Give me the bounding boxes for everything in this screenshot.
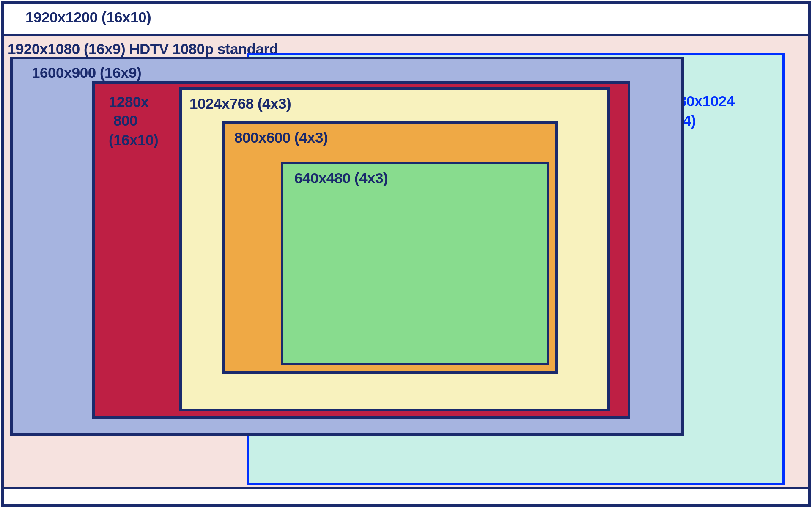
res-label-1280x800-line2: 800 xyxy=(113,111,137,130)
res-box-640x480 xyxy=(281,162,549,365)
res-label-1600x900: 1600x900 (16x9) xyxy=(32,63,141,83)
res-label-812x508: 812x508 (16x10) xyxy=(25,8,151,27)
bottom-strip xyxy=(4,489,808,504)
res-label-640x480: 640x480 (4x3) xyxy=(294,168,388,188)
res-label-800x600: 800x600 (4x3) xyxy=(234,128,328,147)
res-label-1024x768: 1024x768 (4x3) xyxy=(189,94,291,113)
res-label-1280x800-line1: 1280x xyxy=(109,92,149,112)
res-label-1280x800-line3: (16x10) xyxy=(109,130,158,150)
res-label-1920x1080: 1920x1080 (16x9) HDTV 1080p standard xyxy=(8,39,278,59)
